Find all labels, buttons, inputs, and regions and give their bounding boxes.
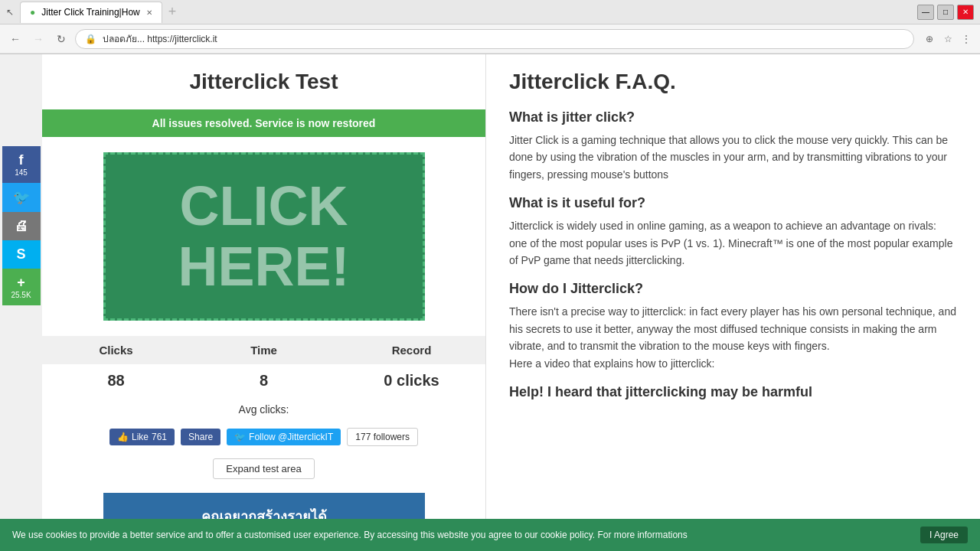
faq-title: Jitterclick F.A.Q. xyxy=(509,70,957,94)
expand-test-area-btn[interactable]: Expand test area xyxy=(213,458,314,479)
forward-btn[interactable]: → xyxy=(29,30,47,48)
faq-a3: There isn't a precise way to jitterclick… xyxy=(509,303,957,372)
cursor-icon: ↖ xyxy=(6,7,14,18)
maximize-btn[interactable]: □ xyxy=(937,5,954,20)
clicks-value: 88 xyxy=(42,364,190,397)
stats-header: Clicks Time Record xyxy=(42,336,485,364)
fb-like-count: 761 xyxy=(152,432,167,442)
fb-like-icon: 👍 xyxy=(117,432,129,442)
translate-icon[interactable]: ⊕ xyxy=(922,31,937,47)
tw-follow-btn[interactable]: 🐦 Follow @JitterclickIT xyxy=(227,429,341,445)
print-btn[interactable]: 🖨 xyxy=(2,212,41,240)
record-value: 0 clicks xyxy=(338,364,485,397)
tab-title: Jitter Click Training|How xyxy=(41,7,139,18)
add-icon: + xyxy=(17,275,25,291)
browser-tab[interactable]: ● Jitter Click Training|How ✕ xyxy=(20,2,162,23)
nav-bar: ← → ↻ 🔒 ปลอดภัย... https://jitterclick.i… xyxy=(0,24,980,54)
fb-share-btn[interactable]: Share xyxy=(181,429,220,445)
close-btn[interactable]: ✕ xyxy=(957,5,974,20)
time-header: Time xyxy=(190,336,338,364)
faq-a2: Jitterclick is widely used in online gam… xyxy=(509,217,957,269)
record-header: Record xyxy=(338,336,485,364)
page-wrapper: f 145 🐦 🖨 S + 25.5K Jitterclick Test All… xyxy=(0,54,980,547)
social-buttons-row: 👍 Like 761 Share 🐦 Follow @JitterclickIT… xyxy=(103,422,425,452)
status-banner: All issues resolved. Service is now rest… xyxy=(42,109,485,137)
click-text: CLICK HERE! xyxy=(178,176,349,297)
skype-share-btn[interactable]: S xyxy=(2,240,41,269)
browser-chrome: ↖ ● Jitter Click Training|How ✕ + — □ ✕ … xyxy=(0,0,980,54)
new-tab-btn[interactable]: + xyxy=(168,4,177,20)
facebook-share-btn[interactable]: f 145 xyxy=(2,146,41,183)
click-area[interactable]: CLICK HERE! xyxy=(103,152,425,321)
cookie-text: We use cookies to provide a better servi… xyxy=(12,530,914,540)
expand-btn-wrapper: Expand test area xyxy=(42,452,485,485)
fb-share-label: Share xyxy=(188,432,213,442)
fb-like-label: Like xyxy=(132,432,149,442)
window-controls: — □ ✕ xyxy=(917,5,974,20)
facebook-icon: f xyxy=(19,152,24,168)
address-bar[interactable]: 🔒 ปลอดภัย... https://jitterclick.it xyxy=(75,29,914,49)
add-count: 25.5K xyxy=(11,291,31,299)
star-icon[interactable]: ☆ xyxy=(940,31,956,47)
title-bar: ↖ ● Jitter Click Training|How ✕ + — □ ✕ xyxy=(0,0,980,24)
print-icon: 🖨 xyxy=(15,218,28,234)
back-btn[interactable]: ← xyxy=(6,30,24,48)
skype-icon: S xyxy=(16,246,25,262)
tw-followers-btn[interactable]: 177 followers xyxy=(347,428,418,446)
facebook-count: 145 xyxy=(15,168,28,177)
left-column: Jitterclick Test All issues resolved. Se… xyxy=(42,54,486,547)
faq-q4: Help! I heard that jitterclicking may be… xyxy=(509,384,957,400)
time-value: 8 xyxy=(190,364,338,397)
tab-close-btn[interactable]: ✕ xyxy=(146,8,152,17)
minimize-btn[interactable]: — xyxy=(917,5,934,20)
stats-row: 88 8 0 clicks xyxy=(42,364,485,397)
main-content: Jitterclick Test All issues resolved. Se… xyxy=(42,54,980,547)
faq-a1: Jitter Click is a gaming technique that … xyxy=(509,132,957,183)
menu-icon[interactable]: ⋮ xyxy=(959,31,974,47)
tab-favicon: ● xyxy=(30,7,35,18)
cookie-agree-btn[interactable]: I Agree xyxy=(920,527,968,543)
social-sidebar: f 145 🐦 🖨 S + 25.5K xyxy=(0,54,42,547)
faq-q2: What is it useful for? xyxy=(509,195,957,211)
cookie-bar: We use cookies to provide a better servi… xyxy=(0,519,980,551)
add-share-btn[interactable]: + 25.5K xyxy=(2,269,41,305)
refresh-btn[interactable]: ↻ xyxy=(52,30,70,48)
page-title: Jitterclick Test xyxy=(42,54,485,109)
avg-label: Avg clicks: xyxy=(239,403,289,416)
avg-row: Avg clicks: xyxy=(103,397,425,422)
faq-q3: How do I Jitterclick? xyxy=(509,281,957,297)
security-icon: 🔒 xyxy=(85,34,96,44)
url-display: ปลอดภัย... https://jitterclick.it xyxy=(103,31,217,46)
browser-nav-icons: ⊕ ☆ ⋮ xyxy=(922,31,974,47)
clicks-header: Clicks xyxy=(42,336,190,364)
twitter-icon: 🐦 xyxy=(13,189,30,206)
tw-follow-label: Follow @JitterclickIT xyxy=(249,432,333,442)
twitter-share-btn[interactable]: 🐦 xyxy=(2,183,41,212)
twitter-bird-icon: 🐦 xyxy=(234,432,246,442)
tw-followers-count: 177 followers xyxy=(355,432,410,442)
content-columns: Jitterclick Test All issues resolved. Se… xyxy=(42,54,980,547)
right-column: Jitterclick F.A.Q. What is jitter click?… xyxy=(486,54,980,547)
faq-q1: What is jitter click? xyxy=(509,109,957,126)
fb-like-btn[interactable]: 👍 Like 761 xyxy=(109,429,175,445)
